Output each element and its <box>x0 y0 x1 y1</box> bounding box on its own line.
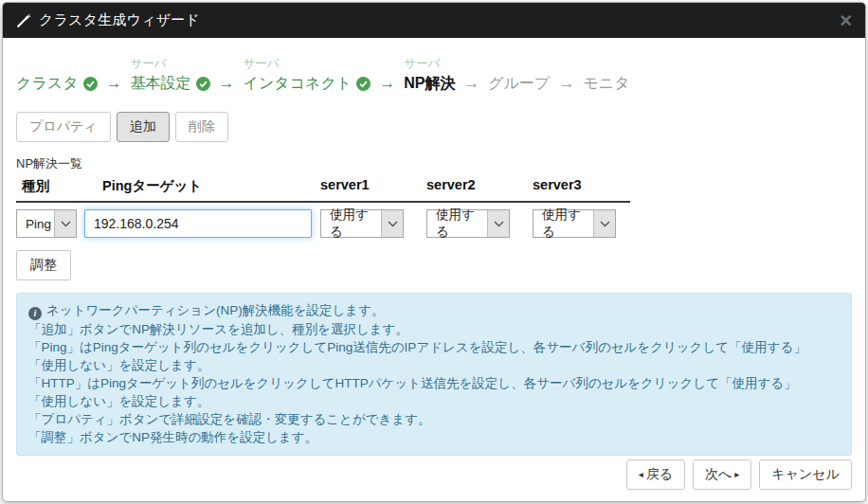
delete-button[interactable]: 削除 <box>175 112 228 142</box>
tune-button[interactable]: 調整 <box>16 250 71 280</box>
info-line: 「使用しない」を設定します。 <box>28 392 840 410</box>
arrow-right-icon: → <box>98 72 131 95</box>
col-header-ping-target: Pingターゲット <box>84 177 320 195</box>
info-line: 「HTTP」はPingターゲット列のセルをクリックしてHTTPパケット送信先を設… <box>28 374 840 392</box>
col-header-type: 種別 <box>16 177 84 195</box>
step-label: インタコネクト <box>244 74 353 94</box>
info-box: iネットワークパーティション(NP)解決機能を設定します。 「追加」ボタンでNP… <box>16 293 852 456</box>
step-monitor[interactable]: モニタ <box>583 56 629 95</box>
type-select[interactable]: Ping <box>16 209 77 238</box>
arrow-right-icon: → <box>371 72 404 95</box>
step-top-label: サーバ <box>244 56 371 72</box>
properties-button[interactable]: プロパティ <box>16 112 111 142</box>
info-line: 「調整」ボタンでNP発生時の動作を設定します。 <box>28 428 840 446</box>
chevron-down-icon <box>381 210 403 237</box>
wizard-steps: クラスタ → サーバ 基本設定 → サーバ <box>16 56 852 95</box>
cancel-button[interactable]: キャンセル <box>759 459 852 490</box>
step-top-label <box>488 56 550 72</box>
server1-select-value: 使用する <box>321 210 381 237</box>
step-group[interactable]: グループ <box>488 56 550 95</box>
step-interconnect[interactable]: サーバ インタコネクト <box>244 56 371 95</box>
table-row: Ping 使用する 使用する <box>16 209 630 238</box>
titlebar: クラスタ生成ウィザード × <box>3 3 865 38</box>
step-cluster[interactable]: クラスタ <box>16 56 98 95</box>
info-line: 「追加」ボタンでNP解決リソースを追加し、種別を選択します。 <box>28 320 840 338</box>
info-icon: i <box>28 307 42 320</box>
ping-target-input[interactable] <box>84 209 312 238</box>
check-circle-icon <box>196 77 210 91</box>
server1-select[interactable]: 使用する <box>320 209 404 238</box>
chevron-down-icon <box>593 210 615 237</box>
close-icon[interactable]: × <box>840 10 852 31</box>
step-label: モニタ <box>583 74 629 94</box>
next-button[interactable]: 次へ ▸ <box>693 459 751 490</box>
server2-select-value: 使用する <box>427 210 487 237</box>
triangle-left-icon: ◂ <box>639 470 643 479</box>
step-label: 基本設定 <box>131 74 191 94</box>
step-basic-settings[interactable]: サーバ 基本設定 <box>131 56 210 95</box>
info-line: 「プロパティ」ボタンで詳細設定を確認・変更することができます。 <box>28 410 840 428</box>
magic-wand-icon <box>16 13 31 28</box>
step-top-label <box>583 56 629 72</box>
back-button-label: 戻る <box>646 466 673 483</box>
arrow-right-icon: → <box>455 72 488 95</box>
step-label: NP解決 <box>404 74 455 94</box>
info-line: iネットワークパーティション(NP)解決機能を設定します。 <box>28 301 840 320</box>
info-line: 「使用しない」を設定します。 <box>28 356 840 374</box>
add-button[interactable]: 追加 <box>117 112 170 142</box>
table-header-row: 種別 Pingターゲット server1 server2 server3 <box>16 177 630 203</box>
np-table: 種別 Pingターゲット server1 server2 server3 Pin… <box>16 177 630 238</box>
dialog-title: クラスタ生成ウィザード <box>39 11 200 29</box>
footer: ◂ 戻る 次へ ▸ キャンセル <box>626 459 852 490</box>
next-button-label: 次へ <box>705 466 732 483</box>
step-top-label: サーバ <box>131 56 210 72</box>
info-line: 「Ping」はPingターゲット列のセルをクリックしてPing送信先のIPアドレ… <box>28 338 840 356</box>
server3-select-value: 使用する <box>533 210 593 237</box>
col-header-server2: server2 <box>426 177 533 195</box>
cluster-wizard-dialog: クラスタ生成ウィザード × クラスタ → サーバ 基本設定 <box>2 2 866 502</box>
triangle-right-icon: ▸ <box>734 470 739 479</box>
arrow-right-icon: → <box>550 72 583 95</box>
step-label: グループ <box>488 74 550 94</box>
check-circle-icon <box>356 77 371 91</box>
chevron-down-icon <box>487 210 509 237</box>
check-circle-icon <box>83 77 98 91</box>
step-top-label <box>16 56 98 72</box>
np-list-caption: NP解決一覧 <box>16 155 852 172</box>
arrow-right-icon: → <box>210 72 244 95</box>
info-text: ネットワークパーティション(NP)解決機能を設定します。 <box>46 303 385 317</box>
back-button[interactable]: ◂ 戻る <box>626 459 685 490</box>
server2-select[interactable]: 使用する <box>426 209 510 238</box>
chevron-down-icon <box>54 210 76 237</box>
col-header-server3: server3 <box>533 177 616 195</box>
server3-select[interactable]: 使用する <box>533 209 616 238</box>
step-label: クラスタ <box>16 74 79 94</box>
col-header-server1: server1 <box>320 177 426 195</box>
toolbar: プロパティ 追加 削除 <box>16 112 852 142</box>
type-select-value: Ping <box>17 210 54 237</box>
step-np-resolution[interactable]: サーバ NP解決 <box>404 56 455 95</box>
step-top-label: サーバ <box>404 56 455 72</box>
